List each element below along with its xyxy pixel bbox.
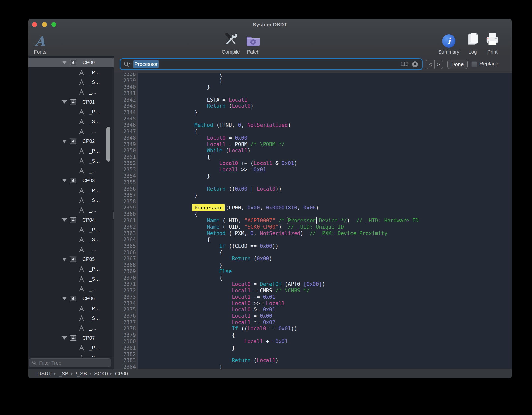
breadcrumb-item-CP00[interactable]: CP00	[115, 371, 128, 377]
code-line-2345[interactable]	[145, 116, 512, 122]
disclosure-triangle-icon[interactable]	[62, 218, 67, 222]
tree-item-child[interactable]: _…	[28, 126, 114, 136]
tree-item-child[interactable]: _…	[28, 205, 114, 215]
code-line-2377[interactable]: Local1 *= 0x02	[145, 319, 512, 326]
tree-item-child[interactable]: _…	[28, 87, 114, 97]
tree-item-child[interactable]: _S…	[28, 353, 114, 357]
tree-item-child[interactable]: _…	[28, 244, 114, 254]
code-line-2342[interactable]: LSTA = Local1	[145, 97, 512, 103]
code-line-2339[interactable]: }	[145, 78, 512, 84]
code-line-2344[interactable]: }	[145, 109, 512, 116]
tree-item-child[interactable]: _S…	[28, 313, 114, 323]
tree-item-child[interactable]: _P…	[28, 343, 114, 353]
tree-item-CP06[interactable]: CP06	[28, 294, 114, 303]
code-line-2361[interactable]: Name (_HID, "ACPI0007" /* Processor Devi…	[145, 218, 512, 224]
disclosure-triangle-icon[interactable]	[62, 100, 67, 104]
code-line-2381[interactable]: }	[145, 345, 512, 351]
tree-item-child[interactable]: _P…	[28, 303, 114, 313]
code-line-2360[interactable]: {	[145, 211, 512, 218]
breadcrumb-item-DSDT[interactable]: DSDT	[37, 371, 51, 377]
tree-item-child[interactable]: _…	[28, 166, 114, 176]
tree-item-child[interactable]: _S…	[28, 274, 114, 284]
tree-item-child[interactable]: _P…	[28, 146, 114, 156]
find-previous-button[interactable]: <	[426, 60, 435, 69]
code-area[interactable]: { } } LSTA = Local1 Return (Local0) } Me…	[138, 73, 512, 369]
disclosure-triangle-icon[interactable]	[62, 140, 67, 143]
tree-item-child[interactable]: _P…	[28, 264, 114, 274]
sidebar-scrollbar-thumb[interactable]	[106, 127, 110, 162]
disclosure-triangle-icon[interactable]	[62, 297, 67, 300]
code-line-2365[interactable]: If ((CLOD == 0x00))	[145, 243, 512, 250]
code-line-2351[interactable]: {	[145, 154, 512, 160]
tree-item-child[interactable]: _S…	[28, 156, 114, 166]
toolbar-item-print[interactable]: Print	[478, 31, 507, 55]
code-line-2356[interactable]: Return ((0x00 | Local0))	[145, 186, 512, 192]
tree-item-child[interactable]: _P…	[28, 225, 114, 235]
breadcrumb-item-SCK0[interactable]: SCK0	[94, 371, 108, 377]
disclosure-triangle-icon[interactable]	[62, 336, 67, 340]
code-line-2355[interactable]	[145, 179, 512, 186]
code-line-2362[interactable]: Name (_UID, "SCK0-CP00") // _UID: Unique…	[145, 224, 512, 230]
code-line-2371[interactable]: Local0 = DerefOf (APT0 [0x00])	[145, 281, 512, 288]
tree-item-child[interactable]: _…	[28, 284, 114, 294]
code-line-2341[interactable]	[145, 90, 512, 97]
code-line-2352[interactable]: Local0 += (Local1 & 0x01)	[145, 160, 512, 167]
code-line-2369[interactable]: Else	[145, 268, 512, 275]
tree-item-child[interactable]: _S…	[28, 235, 114, 244]
sidebar-tree[interactable]: CP00_P…_S…_…CP01_P…_S…_…CP02_P…_S…_…CP03…	[28, 56, 114, 357]
tree-item-CP00[interactable]: CP00	[28, 58, 114, 67]
code-line-2376[interactable]: Local1 = 0x00	[145, 313, 512, 319]
code-line-2367[interactable]: Return (0x00)	[145, 256, 512, 262]
replace-checkbox[interactable]	[471, 61, 477, 67]
tree-item-child[interactable]: _P…	[28, 67, 114, 77]
toolbar-item-patch[interactable]: Patch	[238, 31, 268, 55]
code-line-2349[interactable]: Local1 = P0BM /* \P0BM */	[145, 141, 512, 148]
breadcrumb-item-_SB[interactable]: \_SB	[76, 371, 87, 377]
clear-search-icon[interactable]: ×	[412, 61, 418, 67]
code-line-2375[interactable]: Local0 &= 0x01	[145, 307, 512, 313]
code-line-2353[interactable]: Local1 >>= 0x01	[145, 167, 512, 173]
code-line-2384[interactable]: }	[145, 364, 512, 369]
code-line-2340[interactable]: }	[145, 84, 512, 90]
tree-item-CP04[interactable]: CP04	[28, 215, 114, 225]
tree-item-CP05[interactable]: CP05	[28, 254, 114, 264]
tree-item-child[interactable]: _P…	[28, 107, 114, 117]
code-line-2380[interactable]: Local1 += 0x01	[145, 339, 512, 345]
code-line-2379[interactable]: {	[145, 332, 512, 339]
tree-item-child[interactable]: _S…	[28, 195, 114, 205]
toolbar-item-fonts[interactable]: A Fonts	[28, 31, 55, 55]
code-line-2347[interactable]: {	[145, 129, 512, 135]
code-line-2373[interactable]: Local1 -= 0x01	[145, 294, 512, 300]
code-line-2383[interactable]: Return (Local1)	[145, 357, 512, 364]
code-line-2359[interactable]: Processor (CP00, 0x00, 0x00001810, 0x06)	[145, 205, 512, 211]
tree-item-CP01[interactable]: CP01	[28, 97, 114, 107]
code-line-2346[interactable]: Method (THNU, 0, NotSerialized)	[145, 122, 512, 129]
code-line-2370[interactable]: {	[145, 275, 512, 281]
tree-item-CP07[interactable]: CP07	[28, 333, 114, 343]
breadcrumb-item-_SB[interactable]: _SB	[59, 371, 69, 377]
code-line-2348[interactable]: Local0 = 0x00	[145, 135, 512, 141]
code-line-2363[interactable]: Method (_PXM, 0, NotSerialized) // _PXM:…	[145, 230, 512, 237]
disclosure-triangle-icon[interactable]	[62, 61, 67, 64]
filter-tree-input[interactable]: Filter Tree	[29, 358, 111, 367]
tree-item-CP03[interactable]: CP03	[28, 176, 114, 185]
code-line-2368[interactable]: }	[145, 262, 512, 268]
tree-item-CP02[interactable]: CP02	[28, 136, 114, 146]
code-line-2366[interactable]: {	[145, 250, 512, 256]
tree-item-child[interactable]: _S…	[28, 117, 114, 126]
tree-item-child[interactable]: _P…	[28, 185, 114, 195]
code-line-2343[interactable]: Return (Local0)	[145, 103, 512, 109]
code-view[interactable]: 2338 2339 2340 2341 2342 2343 2344 2345 …	[114, 73, 512, 369]
find-next-button[interactable]: >	[435, 60, 443, 69]
find-search-input[interactable]: Processor 112 ×	[121, 59, 422, 69]
tree-item-child[interactable]: _S…	[28, 77, 114, 87]
code-line-2378[interactable]: If ((Local0 == 0x01))	[145, 326, 512, 332]
code-line-2382[interactable]	[145, 351, 512, 358]
code-line-2372[interactable]: Local1 = CNBS /* \CNBS */	[145, 288, 512, 294]
done-button[interactable]: Done	[447, 60, 468, 69]
code-line-2357[interactable]: }	[145, 192, 512, 199]
disclosure-triangle-icon[interactable]	[62, 179, 67, 182]
code-line-2354[interactable]: }	[145, 173, 512, 179]
code-line-2374[interactable]: Local0 >>= Local1	[145, 300, 512, 307]
code-line-2350[interactable]: While (Local1)	[145, 148, 512, 154]
